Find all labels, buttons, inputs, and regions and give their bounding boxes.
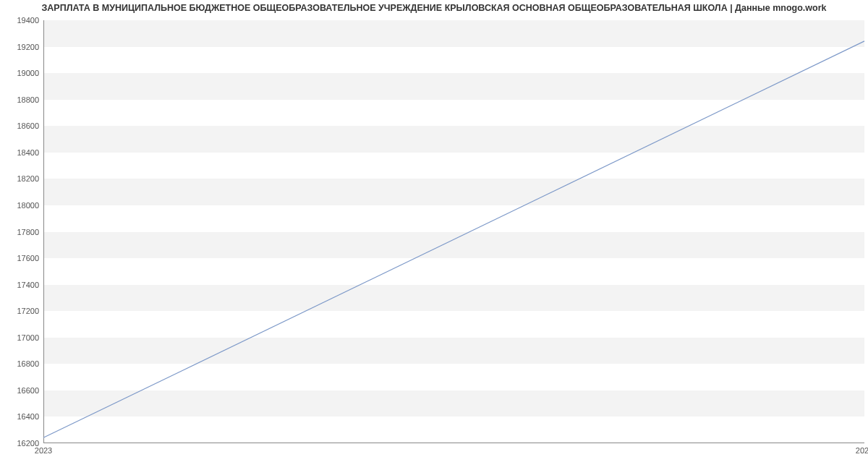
- y-tick-label: 18600: [17, 121, 39, 130]
- y-tick-label: 18000: [17, 201, 39, 210]
- y-tick-label: 19000: [17, 69, 39, 77]
- chart-title: ЗАРПЛАТА В МУНИЦИПАЛЬНОЕ БЮДЖЕТНОЕ ОБЩЕО…: [0, 3, 868, 13]
- x-tick-label: 2023: [35, 446, 52, 455]
- plot-area: 1620016400166001680017000172001740017600…: [43, 20, 864, 443]
- y-tick-label: 17600: [17, 254, 39, 262]
- y-tick-label: 16800: [17, 359, 39, 368]
- y-tick-label: 18400: [17, 148, 39, 157]
- y-tick-label: 18200: [17, 174, 39, 183]
- y-tick-label: 17800: [17, 228, 39, 236]
- y-tick-label: 19400: [17, 16, 39, 25]
- y-tick-label: 16400: [17, 412, 39, 421]
- y-tick-label: 17200: [17, 307, 39, 315]
- x-tick-label: 2024: [856, 446, 868, 455]
- y-tick-label: 19200: [17, 43, 39, 51]
- y-tick-label: 17400: [17, 281, 39, 289]
- y-tick-label: 17000: [17, 333, 39, 342]
- y-tick-label: 16600: [17, 386, 39, 395]
- y-tick-label: 18800: [17, 95, 39, 104]
- line-series: [43, 20, 864, 443]
